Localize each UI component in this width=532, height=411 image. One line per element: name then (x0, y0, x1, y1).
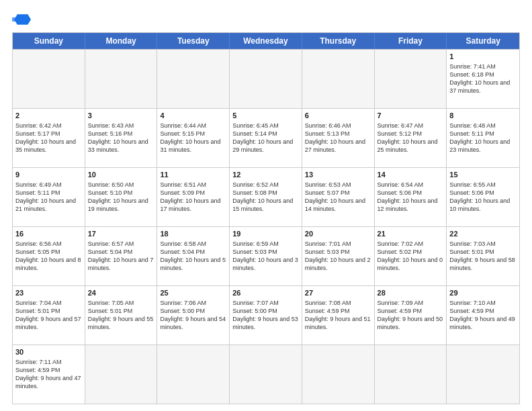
cell-info: Sunrise: 6:59 AM Sunset: 5:03 PM Dayligh… (232, 240, 299, 273)
calendar-cell-r5c5 (375, 345, 447, 404)
calendar-cell-r2c5: 14Sunrise: 6:54 AM Sunset: 5:06 PM Dayli… (375, 168, 447, 226)
calendar-cell-r3c5: 21Sunrise: 7:02 AM Sunset: 5:02 PM Dayli… (375, 227, 447, 285)
cell-info: Sunrise: 6:45 AM Sunset: 5:14 PM Dayligh… (232, 122, 299, 154)
day-number: 4 (160, 111, 226, 121)
calendar-cell-r0c3 (230, 50, 302, 108)
calendar-row-1: 2Sunrise: 6:42 AM Sunset: 5:17 PM Daylig… (13, 108, 519, 167)
cell-info: Sunrise: 7:09 AM Sunset: 4:59 PM Dayligh… (378, 299, 444, 332)
calendar-cell-r0c5 (375, 50, 447, 108)
day-number: 1 (449, 52, 517, 62)
calendar-row-5: 30Sunrise: 7:11 AM Sunset: 4:59 PM Dayli… (13, 345, 519, 404)
day-number: 5 (232, 111, 299, 121)
header (12, 12, 520, 27)
weekday-header-monday: Monday (85, 33, 158, 49)
calendar-cell-r4c1: 24Sunrise: 7:05 AM Sunset: 5:01 PM Dayli… (85, 286, 158, 345)
calendar-cell-r4c0: 23Sunrise: 7:04 AM Sunset: 5:01 PM Dayli… (13, 286, 85, 345)
day-number: 13 (305, 170, 371, 180)
svg-marker-1 (12, 17, 19, 21)
weekday-header-wednesday: Wednesday (230, 33, 302, 49)
day-number: 15 (449, 170, 517, 180)
day-number: 9 (15, 170, 82, 180)
weekday-header-sunday: Sunday (13, 33, 85, 49)
cell-info: Sunrise: 6:57 AM Sunset: 5:04 PM Dayligh… (88, 240, 154, 273)
calendar-cell-r5c2 (157, 345, 230, 404)
calendar-cell-r5c4 (302, 345, 375, 404)
day-number: 19 (232, 229, 299, 239)
calendar-row-3: 16Sunrise: 6:56 AM Sunset: 5:05 PM Dayli… (13, 226, 519, 285)
cell-info: Sunrise: 6:43 AM Sunset: 5:16 PM Dayligh… (88, 122, 154, 154)
calendar-cell-r4c4: 27Sunrise: 7:08 AM Sunset: 4:59 PM Dayli… (302, 286, 375, 345)
day-number: 11 (160, 170, 226, 180)
calendar-cell-r5c1 (85, 345, 158, 404)
calendar-cell-r4c5: 28Sunrise: 7:09 AM Sunset: 4:59 PM Dayli… (375, 286, 447, 345)
day-number: 28 (378, 288, 444, 298)
cell-info: Sunrise: 7:07 AM Sunset: 5:00 PM Dayligh… (232, 299, 299, 332)
generalblue-logo-icon (12, 12, 31, 27)
calendar-cell-r5c6 (447, 345, 519, 404)
cell-info: Sunrise: 6:56 AM Sunset: 5:05 PM Dayligh… (15, 240, 82, 273)
calendar-cell-r3c0: 16Sunrise: 6:56 AM Sunset: 5:05 PM Dayli… (13, 227, 85, 285)
calendar-row-4: 23Sunrise: 7:04 AM Sunset: 5:01 PM Dayli… (13, 285, 519, 345)
day-number: 23 (15, 288, 82, 298)
calendar-cell-r3c1: 17Sunrise: 6:57 AM Sunset: 5:04 PM Dayli… (85, 227, 158, 285)
day-number: 16 (15, 229, 82, 239)
cell-info: Sunrise: 7:11 AM Sunset: 4:59 PM Dayligh… (15, 358, 82, 391)
calendar-cell-r2c4: 13Sunrise: 6:53 AM Sunset: 5:07 PM Dayli… (302, 168, 375, 226)
weekday-header-friday: Friday (375, 33, 447, 49)
cell-info: Sunrise: 6:53 AM Sunset: 5:07 PM Dayligh… (305, 181, 371, 214)
day-number: 3 (88, 111, 154, 121)
day-number: 7 (378, 111, 444, 121)
calendar-cell-r3c3: 19Sunrise: 6:59 AM Sunset: 5:03 PM Dayli… (230, 227, 302, 285)
calendar-cell-r0c0 (13, 50, 85, 108)
day-number: 8 (449, 111, 517, 121)
cell-info: Sunrise: 7:02 AM Sunset: 5:02 PM Dayligh… (378, 240, 444, 273)
calendar-cell-r1c3: 5Sunrise: 6:45 AM Sunset: 5:14 PM Daylig… (230, 109, 302, 167)
cell-info: Sunrise: 7:08 AM Sunset: 4:59 PM Dayligh… (305, 299, 371, 332)
day-number: 25 (160, 288, 226, 298)
calendar-row-0: 1Sunrise: 7:41 AM Sunset: 6:18 PM Daylig… (13, 49, 519, 108)
cell-info: Sunrise: 7:06 AM Sunset: 5:00 PM Dayligh… (160, 299, 226, 332)
cell-info: Sunrise: 7:05 AM Sunset: 5:01 PM Dayligh… (88, 299, 154, 332)
cell-info: Sunrise: 6:52 AM Sunset: 5:08 PM Dayligh… (232, 181, 299, 214)
calendar-cell-r2c2: 11Sunrise: 6:51 AM Sunset: 5:09 PM Dayli… (157, 168, 230, 226)
calendar-cell-r1c6: 8Sunrise: 6:48 AM Sunset: 5:11 PM Daylig… (447, 109, 519, 167)
cell-info: Sunrise: 6:47 AM Sunset: 5:12 PM Dayligh… (378, 122, 444, 154)
calendar-cell-r0c1 (85, 50, 158, 108)
cell-info: Sunrise: 6:48 AM Sunset: 5:11 PM Dayligh… (449, 122, 517, 154)
calendar-cell-r3c2: 18Sunrise: 6:58 AM Sunset: 5:04 PM Dayli… (157, 227, 230, 285)
cell-info: Sunrise: 7:04 AM Sunset: 5:01 PM Dayligh… (15, 299, 82, 332)
day-number: 21 (378, 229, 444, 239)
calendar-cell-r1c5: 7Sunrise: 6:47 AM Sunset: 5:12 PM Daylig… (375, 109, 447, 167)
day-number: 24 (88, 288, 154, 298)
calendar-cell-r3c6: 22Sunrise: 7:03 AM Sunset: 5:01 PM Dayli… (447, 227, 519, 285)
cell-info: Sunrise: 6:55 AM Sunset: 5:06 PM Dayligh… (449, 181, 517, 214)
calendar-cell-r2c0: 9Sunrise: 6:49 AM Sunset: 5:11 PM Daylig… (13, 168, 85, 226)
day-number: 12 (232, 170, 299, 180)
calendar: SundayMondayTuesdayWednesdayThursdayFrid… (12, 32, 520, 404)
weekday-header-thursday: Thursday (302, 33, 375, 49)
calendar-body: 1Sunrise: 7:41 AM Sunset: 6:18 PM Daylig… (13, 49, 519, 404)
calendar-cell-r5c0: 30Sunrise: 7:11 AM Sunset: 4:59 PM Dayli… (13, 345, 85, 404)
day-number: 22 (449, 229, 517, 239)
calendar-row-2: 9Sunrise: 6:49 AM Sunset: 5:11 PM Daylig… (13, 167, 519, 226)
cell-info: Sunrise: 7:10 AM Sunset: 4:59 PM Dayligh… (449, 299, 517, 332)
weekday-header-tuesday: Tuesday (157, 33, 230, 49)
day-number: 10 (88, 170, 154, 180)
calendar-cell-r1c2: 4Sunrise: 6:44 AM Sunset: 5:15 PM Daylig… (157, 109, 230, 167)
calendar-cell-r5c3 (230, 345, 302, 404)
cell-info: Sunrise: 6:46 AM Sunset: 5:13 PM Dayligh… (305, 122, 371, 154)
logo (12, 12, 34, 27)
cell-info: Sunrise: 6:42 AM Sunset: 5:17 PM Dayligh… (15, 122, 82, 154)
day-number: 14 (378, 170, 444, 180)
calendar-cell-r1c4: 6Sunrise: 6:46 AM Sunset: 5:13 PM Daylig… (302, 109, 375, 167)
calendar-cell-r2c3: 12Sunrise: 6:52 AM Sunset: 5:08 PM Dayli… (230, 168, 302, 226)
calendar-cell-r4c3: 26Sunrise: 7:07 AM Sunset: 5:00 PM Dayli… (230, 286, 302, 345)
day-number: 29 (449, 288, 517, 298)
calendar-header: SundayMondayTuesdayWednesdayThursdayFrid… (13, 33, 519, 49)
day-number: 27 (305, 288, 371, 298)
cell-info: Sunrise: 6:44 AM Sunset: 5:15 PM Dayligh… (160, 122, 226, 154)
day-number: 6 (305, 111, 371, 121)
calendar-cell-r2c1: 10Sunrise: 6:50 AM Sunset: 5:10 PM Dayli… (85, 168, 158, 226)
day-number: 26 (232, 288, 299, 298)
calendar-cell-r1c1: 3Sunrise: 6:43 AM Sunset: 5:16 PM Daylig… (85, 109, 158, 167)
